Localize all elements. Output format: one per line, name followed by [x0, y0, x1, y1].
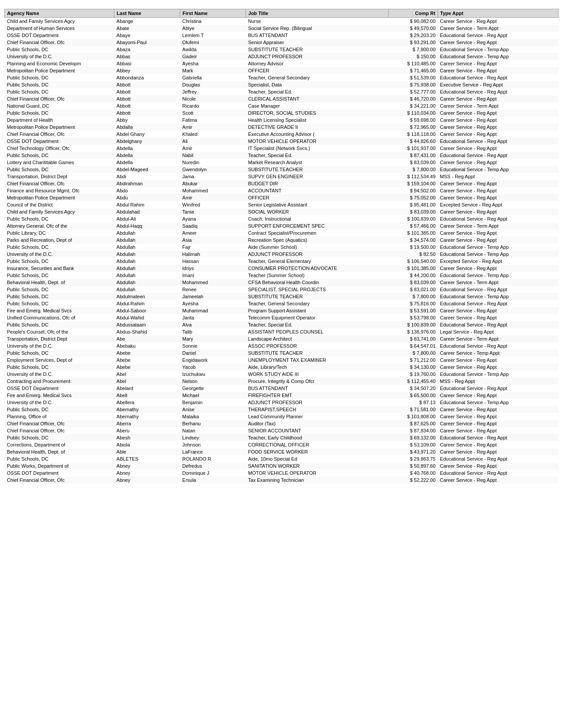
- header-last[interactable]: Last Name: [114, 9, 180, 18]
- job-title-cell: SUPVY GEN ENGINEER: [246, 173, 389, 180]
- agency-cell: Chief Financial Officer, Ofc: [5, 180, 114, 187]
- job-title-cell: ACCOUNTANT: [246, 187, 389, 194]
- comp-cell: $ 75,816.00: [389, 300, 438, 307]
- type-cell: Legal Service - Reg Appt: [438, 328, 558, 335]
- agency-cell: Metropolitan Police Department: [5, 194, 114, 201]
- last-name-cell: Abdul-Wahid: [114, 314, 180, 321]
- last-name-cell: Aberra: [114, 420, 180, 427]
- job-title-cell: BUS ATTENDANT: [246, 385, 389, 392]
- job-title-cell: Market Research Analyst: [246, 159, 389, 166]
- comp-cell: $ 94,502.00: [389, 187, 438, 194]
- table-row: Department of Human ServicesAbateAbiyeSo…: [5, 25, 559, 32]
- type-cell: Career Service - Reg Appt: [438, 364, 558, 371]
- table-row: Chief Financial Officer, OfcAbayomi-Paul…: [5, 39, 559, 46]
- table-row: OSSE DOT DepartmentAbayeLemlem TBUS ATTE…: [5, 32, 559, 39]
- comp-cell: $ 110,485.00: [389, 60, 438, 67]
- last-name-cell: Abernathy: [114, 406, 180, 413]
- first-name-cell: Talib: [180, 328, 246, 335]
- type-cell: Career Service - Reg Appt: [438, 462, 558, 469]
- header-type[interactable]: Type Appt: [438, 9, 558, 18]
- last-name-cell: Abbott: [114, 81, 180, 88]
- type-cell: Educational Service - Temp App: [438, 371, 558, 378]
- first-name-cell: Renee: [180, 286, 246, 293]
- last-name-cell: Abdul-Rahim: [114, 300, 180, 307]
- agency-cell: OSSE DOT Department: [5, 469, 114, 477]
- agency-cell: Insurance, Securities and Bank: [5, 265, 114, 272]
- table-row: Insurance, Securities and BankAbdullahId…: [5, 265, 559, 272]
- last-name-cell: Abdullah: [114, 236, 180, 244]
- type-cell: Career Service - Reg Appt: [438, 477, 558, 484]
- last-name-cell: Abel: [114, 378, 180, 385]
- comp-cell: $ 69,132.00: [389, 434, 438, 441]
- table-row: Chief Financial Officer, OfcAbneyErsulaT…: [5, 477, 559, 484]
- table-row: Public Schools, DCAbbondanzaGabriellaTea…: [5, 74, 559, 81]
- first-name-cell: Lindsey: [180, 434, 246, 441]
- type-cell: Educational Service - Reg Appt: [438, 342, 558, 349]
- job-title-cell: IT Specialist (Network Svcs.): [246, 145, 389, 152]
- type-cell: Career Service - Reg Appt: [438, 67, 558, 74]
- agency-cell: Public Schools, DC: [5, 364, 114, 371]
- agency-cell: Planning and Economic Developm: [5, 60, 114, 67]
- agency-cell: Public Schools, DC: [5, 88, 114, 95]
- comp-cell: $ 29,863.75: [389, 455, 438, 462]
- last-name-cell: Able: [114, 448, 180, 455]
- agency-cell: Public Schools, DC: [5, 272, 114, 279]
- agency-cell: Employment Services, Dept of: [5, 356, 114, 364]
- type-cell: Educational Service - Reg Appt: [438, 74, 558, 81]
- last-name-cell: Abdus-Shahid: [114, 328, 180, 335]
- table-row: Lottery and Charititable GamesAbdellaNur…: [5, 159, 559, 166]
- table-row: Public Schools, DCABLETESROLANDO RAide, …: [5, 455, 559, 462]
- last-name-cell: Abdullah: [114, 265, 180, 272]
- agency-cell: Chief Financial Officer, Ofc: [5, 420, 114, 427]
- job-title-cell: Attorney Advisor: [246, 60, 389, 67]
- comp-cell: $ 52,222.00: [389, 477, 438, 484]
- job-title-cell: CLERICAL ASSISTANT: [246, 95, 389, 102]
- comp-cell: $ 100,839.00: [389, 321, 438, 328]
- last-name-cell: Abbott: [114, 95, 180, 102]
- comp-cell: $ 100,839.00: [389, 215, 438, 222]
- first-name-cell: Olufemi: [180, 39, 246, 46]
- last-name-cell: Abney: [114, 462, 180, 469]
- type-cell: Executive Service - Reg Appt: [438, 81, 558, 88]
- agency-cell: Department of Human Services: [5, 25, 114, 32]
- type-cell: Educational Service - Reg Appt: [438, 300, 558, 307]
- type-cell: Career Service - Reg Appt: [438, 413, 558, 420]
- last-name-cell: Abe: [114, 335, 180, 342]
- type-cell: Career Service - Reg Appt: [438, 39, 558, 46]
- job-title-cell: Health Licensing Specialist: [246, 116, 389, 124]
- header-first[interactable]: First Name: [180, 9, 246, 18]
- last-name-cell: Abange: [114, 18, 180, 25]
- comp-cell: $ 53,798.00: [389, 314, 438, 321]
- table-row: Public Schools, DCAbazaAwildaSUBSTITUTE …: [5, 46, 559, 53]
- comp-cell: $ 87,834.00: [389, 427, 438, 434]
- job-title-cell: FOOD SERVICE WORKER: [246, 448, 389, 455]
- table-row: Planning, Office ofAbernathyMalaikaLead …: [5, 413, 559, 420]
- comp-cell: $ 95,481.00: [389, 201, 438, 208]
- type-cell: Career Service - Reg Appt: [438, 314, 558, 321]
- type-cell: Educational Service - Temp App: [438, 399, 558, 406]
- comp-cell: $ 51,539.00: [389, 74, 438, 81]
- first-name-cell: Benjamin: [180, 399, 246, 406]
- last-name-cell: Abbondanza: [114, 74, 180, 81]
- header-job[interactable]: Job Title: [246, 9, 389, 18]
- first-name-cell: LaFrance: [180, 448, 246, 455]
- last-name-cell: Abdullah: [114, 279, 180, 286]
- comp-cell: $ 43,971.20: [389, 448, 438, 455]
- job-title-cell: Lead Community Planner: [246, 413, 389, 420]
- job-title-cell: UNEMPLOYMENT TAX EXAMINER: [246, 356, 389, 364]
- table-row: Public Schools, DCAbebeDanielSUBSTITUTE …: [5, 349, 559, 356]
- header-comp[interactable]: Comp Rt: [389, 9, 438, 18]
- type-cell: Career Service - Term Appt: [438, 222, 558, 229]
- first-name-cell: Natan: [180, 427, 246, 434]
- first-name-cell: Lemlem T: [180, 32, 246, 39]
- first-name-cell: Defredus: [180, 462, 246, 469]
- job-title-cell: FIREFIGHTER EMT: [246, 392, 389, 399]
- agency-cell: University of the D.C.: [5, 399, 114, 406]
- table-row: Public Schools, DCAbebeYacobAide, Librar…: [5, 364, 559, 371]
- last-name-cell: Abdullah: [114, 229, 180, 236]
- last-name-cell: Abdo: [114, 187, 180, 194]
- type-cell: Career Service - Temp Appt: [438, 349, 558, 356]
- first-name-cell: Hassan: [180, 258, 246, 265]
- comp-cell: $ 44,200.00: [389, 272, 438, 279]
- header-agency[interactable]: Agency Name: [5, 9, 114, 18]
